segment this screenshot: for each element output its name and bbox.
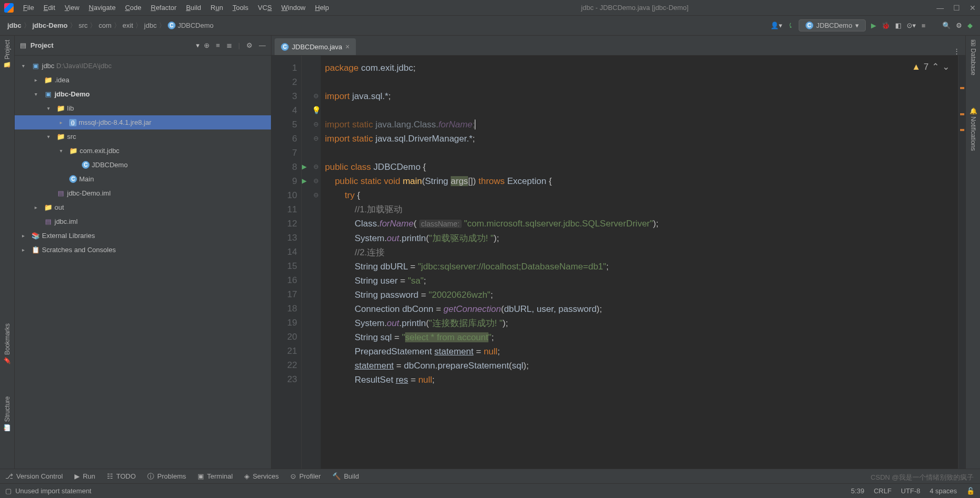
tool-build[interactable]: 🔨Build (332, 472, 359, 480)
status-lineend[interactable]: CRLF (874, 487, 891, 495)
settings-icon[interactable]: ⚙ (956, 21, 962, 29)
tool-todo[interactable]: ☷TODO (107, 472, 136, 480)
menu-vcs[interactable]: VCS (254, 2, 276, 13)
hide-icon[interactable]: — (259, 41, 266, 49)
breadcrumb-item[interactable]: jdbc (144, 21, 157, 29)
target-icon[interactable]: ⊕ (204, 41, 210, 49)
dropdown-icon: ▾ (855, 21, 859, 29)
menu-refactor[interactable]: Refactor (147, 2, 181, 13)
tree-item[interactable]: C Main (15, 172, 271, 186)
editor-tabs: C JDBCDemo.java × ⋮ (271, 36, 965, 56)
tree-item[interactable]: ▸📁 out (15, 200, 271, 214)
left-stripe: 📁 Project 🔖 Bookmarks 📑 Structure (0, 36, 15, 469)
editor-tab[interactable]: C JDBCDemo.java × (275, 38, 356, 55)
tab-more-icon[interactable]: ⋮ (953, 47, 960, 55)
project-panel: ▤ Project ▾ ⊕ ≡ ≣ | ⚙ — ▾▣ jdbc D:\Java\… (15, 36, 271, 469)
profile-button[interactable]: ⊙▾ (907, 21, 916, 29)
app-logo (4, 3, 14, 13)
run-config-selector[interactable]: C JDBCDemo ▾ (799, 19, 866, 31)
collapse-icon[interactable]: ≡ (216, 41, 220, 49)
project-header: ▤ Project ▾ ⊕ ≡ ≣ | ⚙ — (15, 36, 271, 56)
class-icon: C (168, 21, 176, 29)
search-icon[interactable]: 🔍 (942, 21, 951, 29)
tool-vcs[interactable]: ⎇Version Control (5, 472, 63, 480)
project-title: Project (30, 41, 192, 49)
breadcrumb-item[interactable]: src (79, 21, 88, 29)
breadcrumb-item[interactable]: com (99, 21, 112, 29)
status-position[interactable]: 5:39 (851, 487, 864, 495)
coverage-button[interactable]: ◧ (895, 21, 901, 29)
build-icon[interactable]: ⤹ (788, 21, 793, 29)
problems-badge[interactable]: ▲7 ⌃⌄ (912, 60, 950, 74)
code-editor[interactable]: 1234567891011121314151617181920212223 ▶▶… (271, 56, 965, 469)
stop-button[interactable]: ■ (921, 21, 925, 29)
tree-item[interactable]: ▸📁 .idea (15, 73, 271, 87)
menu-build[interactable]: Build (182, 2, 205, 13)
tree-item[interactable]: ▤ jdbc.iml (15, 214, 271, 229)
tool-project[interactable]: 📁 Project (4, 40, 11, 69)
class-icon: C (805, 21, 813, 29)
error-stripe[interactable] (958, 56, 965, 469)
ide-features-icon[interactable]: ◆ (967, 21, 973, 29)
tree-item[interactable]: C JDBCDemo (15, 158, 271, 172)
status-indent[interactable]: 4 spaces (930, 487, 957, 495)
menu-navigate[interactable]: Navigate (84, 2, 119, 13)
right-stripe: 🗄 Database 🔔 Notifications (965, 36, 980, 469)
tree-item[interactable]: ▸📚 External Libraries (15, 229, 271, 243)
gutter-marks: ▶▶ (302, 56, 311, 469)
tree-item[interactable]: ▤ jdbc-Demo.iml (15, 186, 271, 200)
tool-terminal[interactable]: ▣Terminal (198, 472, 233, 480)
status-icon[interactable]: ▢ (5, 487, 12, 495)
code-content[interactable]: package com.exit.jdbc; import java.sql.*… (321, 56, 958, 469)
run-button[interactable]: ▶ (871, 21, 876, 29)
status-message: Unused import statement (15, 487, 851, 495)
dropdown-icon[interactable]: ▾ (196, 41, 200, 49)
menu-window[interactable]: Window (277, 2, 310, 13)
class-icon: C (281, 43, 289, 51)
tool-profiler[interactable]: ⊙Profiler (290, 472, 321, 480)
status-bar: ▢ Unused import statement 5:39 CRLF UTF-… (0, 483, 980, 498)
tree-item[interactable]: ▾📁 com.exit.jdbc (15, 144, 271, 158)
tree-item[interactable]: ▸📋 Scratches and Consoles (15, 243, 271, 257)
tool-notifications[interactable]: 🔔 Notifications (970, 107, 977, 151)
menu-run[interactable]: Run (206, 2, 227, 13)
menu-edit[interactable]: Edit (39, 2, 59, 13)
window-title: jdbc - JDBCDemo.java [jdbc-Demo] (333, 4, 937, 12)
tool-database[interactable]: 🗄 Database (970, 40, 977, 75)
tree-item[interactable]: ▾▣ jdbc D:\Java\IDEA\jdbc (15, 59, 271, 73)
breadcrumb-item[interactable]: JDBCDemo (178, 21, 214, 29)
debug-button[interactable]: 🐞 (881, 21, 890, 29)
toolbar-right: 👤▾ ⤹ C JDBCDemo ▾ ▶ 🐞 ◧ ⊙▾ ■ 🔍 ⚙ ◆ (770, 19, 973, 31)
close-button[interactable]: ✕ (970, 4, 976, 12)
tool-problems[interactable]: ⓘProblems (147, 472, 186, 481)
menu-tools[interactable]: Tools (228, 2, 253, 13)
tab-label: JDBCDemo.java (292, 43, 342, 51)
status-encoding[interactable]: UTF-8 (901, 487, 920, 495)
breadcrumb-item[interactable]: jdbc (7, 21, 21, 29)
status-lock-icon[interactable]: 🔓 (966, 487, 975, 495)
tree-item[interactable]: ▸{} mssql-jdbc-8.4.1.jre8.jar (15, 115, 271, 129)
tool-run[interactable]: ▶Run (74, 472, 95, 480)
tree-item[interactable]: ▾📁 src (15, 129, 271, 144)
tool-structure[interactable]: 📑 Structure (4, 396, 11, 432)
breadcrumb-item[interactable]: jdbc-Demo (32, 21, 68, 29)
runconfig-label: JDBCDemo (816, 21, 853, 29)
menu-help[interactable]: Help (311, 2, 333, 13)
menu-view[interactable]: View (60, 2, 83, 13)
gear-icon[interactable]: ⚙ (246, 41, 253, 49)
tool-services[interactable]: ◈Services (244, 472, 279, 480)
tree-item[interactable]: ▾📁 lib (15, 101, 271, 115)
menu-file[interactable]: File (19, 2, 38, 13)
menu-code[interactable]: Code (121, 2, 146, 13)
tool-bookmarks[interactable]: 🔖 Bookmarks (4, 323, 11, 365)
maximize-button[interactable]: ☐ (953, 4, 960, 12)
main-area: 📁 Project 🔖 Bookmarks 📑 Structure ▤ Proj… (0, 36, 980, 469)
expand-icon[interactable]: ≣ (226, 41, 232, 49)
close-tab-icon[interactable]: × (345, 42, 350, 51)
user-icon[interactable]: 👤▾ (770, 21, 782, 29)
minimize-button[interactable]: — (937, 4, 944, 12)
breadcrumb-item[interactable]: exit (123, 21, 133, 29)
main-menu: File Edit View Navigate Code Refactor Bu… (19, 2, 333, 13)
tree-item[interactable]: ▾▣ jdbc-Demo (15, 87, 271, 101)
project-tree[interactable]: ▾▣ jdbc D:\Java\IDEA\jdbc▸📁 .idea▾▣ jdbc… (15, 56, 271, 469)
